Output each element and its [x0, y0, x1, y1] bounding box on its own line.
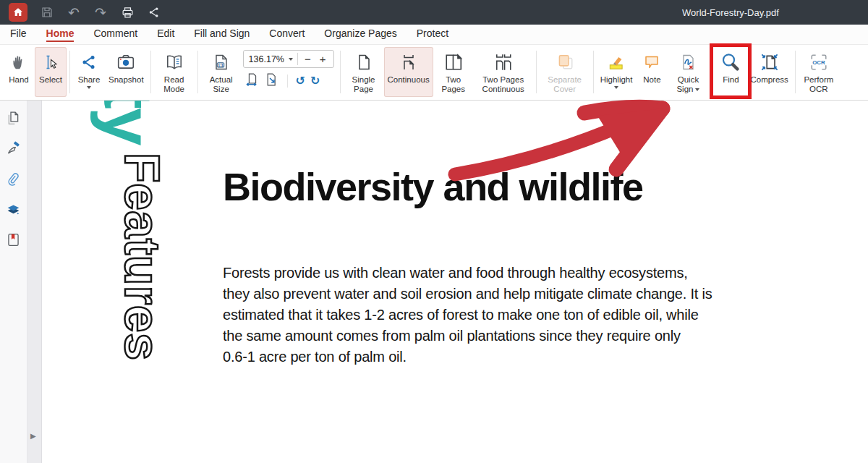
share-icon: [80, 49, 98, 75]
continuous-label: Continuous: [388, 75, 430, 85]
layers-panel-button[interactable]: [6, 202, 21, 217]
main-area: ▶ ty Features Biodiversity and wildlife …: [0, 101, 868, 463]
chevron-down-icon: [289, 58, 293, 61]
undo-button[interactable]: ↶: [67, 5, 81, 20]
find-button[interactable]: Find: [715, 47, 746, 97]
share-icon: [148, 6, 161, 19]
pages-panel-button[interactable]: [6, 111, 21, 126]
chevron-down-icon: [695, 88, 699, 91]
toolbar-separator: [795, 51, 796, 93]
quick-sign-button[interactable]: Quick Sign: [668, 47, 708, 97]
actual-size-icon: 1:1: [213, 49, 230, 75]
menubar: File Home Comment Edit Fill and Sign Con…: [0, 25, 868, 45]
navigation-panel-bar: [0, 101, 27, 463]
hand-icon: [11, 49, 27, 75]
expand-panel-button[interactable]: ▶: [30, 432, 36, 440]
compress-button[interactable]: Compress: [746, 47, 791, 97]
single-page-button[interactable]: Single Page: [344, 47, 384, 97]
actual-size-button[interactable]: 1:1 Actual Size: [201, 47, 242, 97]
pages-icon: [6, 111, 21, 126]
divider: [297, 53, 298, 65]
read-mode-button[interactable]: Read Mode: [154, 47, 195, 97]
menu-protect[interactable]: Protect: [417, 27, 448, 42]
find-label: Find: [723, 75, 739, 85]
snapshot-icon: [116, 49, 135, 75]
select-icon: [42, 49, 59, 75]
separate-cover-icon: [556, 49, 574, 75]
menu-fill-and-sign[interactable]: Fill and Sign: [194, 27, 250, 42]
ocr-icon: OCR: [809, 49, 828, 75]
continuous-icon: [400, 49, 417, 75]
two-pages-continuous-button[interactable]: Two Pages Continuous: [474, 47, 533, 97]
single-page-icon: [355, 49, 373, 75]
two-pages-continuous-icon: [493, 49, 514, 75]
compress-label: Compress: [750, 75, 788, 85]
menu-home[interactable]: Home: [46, 27, 75, 42]
rotate-left-button[interactable]: ↺: [296, 75, 305, 87]
toolbar-separator: [150, 51, 151, 93]
page-title: Biodiversity and wildlife: [223, 164, 643, 209]
rotate-right-button[interactable]: ↻: [310, 75, 320, 87]
home-icon: [12, 7, 24, 18]
fit-page-button[interactable]: [265, 72, 279, 90]
bookmarks-panel-button[interactable]: [6, 232, 21, 247]
undo-icon: ↶: [68, 6, 80, 20]
note-button[interactable]: Note: [636, 47, 668, 97]
toolbar-separator: [340, 51, 341, 93]
fit-rotate-row: ↺ ↻: [243, 72, 334, 90]
zoom-controls: 136.17% − + ↺ ↻: [242, 47, 337, 97]
highlight-label: Highlight: [600, 75, 633, 85]
note-icon: [643, 49, 660, 75]
zoom-level-control[interactable]: 136.17% − +: [243, 50, 334, 68]
menu-organize-pages[interactable]: Organize Pages: [324, 27, 396, 42]
print-button[interactable]: [120, 5, 135, 20]
two-pages-label: Two Pages: [437, 75, 470, 94]
share-button[interactable]: Share: [73, 47, 105, 97]
body-paragraph: Forests provide us with clean water and …: [223, 263, 712, 368]
single-page-label: Single Page: [347, 75, 380, 94]
two-pages-button[interactable]: Two Pages: [433, 47, 474, 97]
vertical-accent-text: ty: [89, 101, 168, 144]
menu-comment[interactable]: Comment: [93, 27, 137, 42]
save-button[interactable]: [40, 5, 54, 20]
snapshot-button[interactable]: Snapshot: [105, 47, 148, 97]
zoom-out-button[interactable]: −: [302, 54, 313, 64]
perform-ocr-label: Perform OCR: [802, 75, 835, 94]
actual-size-label: Actual Size: [205, 75, 238, 94]
two-pages-continuous-label: Two Pages Continuous: [477, 75, 529, 94]
separate-cover-button: Separate Cover: [540, 47, 590, 97]
menu-convert[interactable]: Convert: [269, 27, 305, 42]
chevron-down-icon: [87, 86, 91, 89]
chevron-down-icon: [614, 86, 618, 89]
toolbar-separator: [711, 51, 712, 93]
highlight-button[interactable]: Highlight: [597, 47, 637, 97]
attachments-panel-button[interactable]: [6, 171, 21, 187]
share-button-top[interactable]: [147, 5, 161, 20]
hand-tool-button[interactable]: Hand: [3, 47, 35, 97]
redo-button[interactable]: ↷: [93, 5, 108, 20]
divider: [287, 75, 288, 88]
continuous-button[interactable]: Continuous: [384, 47, 433, 97]
toolbar: Hand Select Share Snapshot Read Mode 1:1…: [0, 45, 868, 101]
select-tool-button[interactable]: Select: [35, 47, 67, 97]
select-label: Select: [39, 75, 62, 85]
two-pages-icon: [444, 49, 463, 75]
zoom-in-button[interactable]: +: [318, 54, 328, 64]
read-mode-icon: [164, 49, 184, 75]
share-label: Share: [78, 75, 101, 85]
separate-cover-label: Separate Cover: [543, 75, 587, 94]
perform-ocr-button[interactable]: OCR Perform OCR: [799, 47, 839, 97]
toolbar-separator: [197, 51, 198, 93]
annotations-panel-button[interactable]: [6, 141, 21, 156]
menu-file[interactable]: File: [10, 27, 27, 42]
highlight-icon: [607, 49, 626, 75]
svg-text:OCR: OCR: [812, 59, 825, 66]
print-icon: [121, 6, 135, 20]
menu-edit[interactable]: Edit: [157, 27, 174, 42]
fit-width-button[interactable]: [245, 72, 260, 90]
find-icon: [720, 49, 741, 75]
panel-gutter: ▶: [27, 101, 42, 463]
save-icon: [41, 6, 54, 19]
note-label: Note: [643, 75, 660, 85]
home-button[interactable]: [9, 3, 27, 22]
